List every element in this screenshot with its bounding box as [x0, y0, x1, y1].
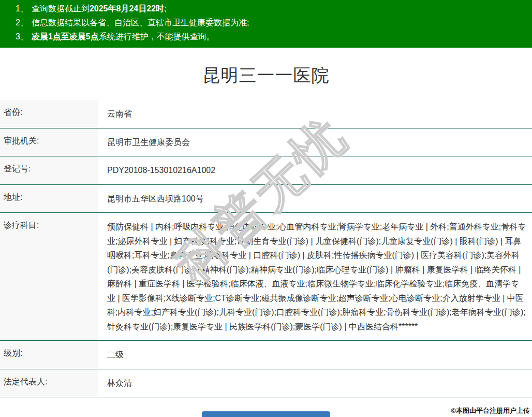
uploader-watermark: ©本图由平台注册用户上传 [451, 406, 530, 415]
table-row-approval-authority: 审批机关: 昆明市卫生健康委员会 [0, 128, 532, 157]
row-value: 林众清 [98, 369, 532, 397]
notice-banner: 1、查询数据截止到2025年8月24日22时; 2、信息数据结果以各省、自治区、… [0, 0, 532, 48]
row-label: 审批机关: [0, 128, 98, 156]
hospital-info-table: 省份: 云南省 审批机关: 昆明市卫生健康委员会 登记号: PDY20108-1… [0, 100, 532, 397]
notice-text: 查询数据截止到 [32, 4, 90, 13]
row-label: 地址: [0, 185, 98, 213]
row-value: 预防保健科 | 内科;呼吸内科专业;消化内科专业;心血管内科专业;肾病学专业;老… [98, 213, 532, 340]
notice-line-3: 3、凌晨1点至凌晨5点系统进行维护，不能提供查询。 [16, 30, 532, 44]
notice-number: 2、 [16, 18, 28, 27]
table-row-address: 地址: 昆明市五华区西坝路100号 [0, 185, 532, 213]
row-value: 云南省 [98, 100, 532, 128]
row-value: 昆明市卫生健康委员会 [98, 128, 532, 156]
notice-text-bold: 凌晨1点至凌晨5点 [32, 32, 99, 41]
notice-text: 系统进行维护，不能提供查询。 [99, 32, 215, 41]
table-row-province: 省份: 云南省 [0, 100, 532, 128]
row-label: 登记号: [0, 156, 98, 184]
row-value: PDY20108-153010216A1002 [98, 156, 532, 184]
page-title: 昆明三一一医院 [0, 64, 532, 88]
notice-line-1: 1、查询数据截止到2025年8月24日22时; [16, 2, 532, 16]
row-label: 法定代表人: [0, 369, 98, 397]
notice-text: 信息数据结果以各省、自治区、直辖市卫生健康委数据为准; [32, 18, 249, 27]
notice-text-bold: 2025年8月24日22时 [90, 4, 164, 13]
notice-number: 1、 [16, 4, 28, 13]
table-row-level: 级别: 二级 [0, 341, 532, 369]
row-label: 级别: [0, 341, 98, 369]
row-label: 省份: [0, 100, 98, 128]
table-row-legal-representative: 法定代表人: 林众清 [0, 369, 532, 398]
row-label: 诊疗科目: [0, 213, 98, 340]
table-row-medical-subjects: 诊疗科目: 预防保健科 | 内科;呼吸内科专业;消化内科专业;心血管内科专业;肾… [0, 213, 532, 341]
notice-line-2: 2、信息数据结果以各省、自治区、直辖市卫生健康委数据为准; [16, 16, 532, 30]
notice-text: ; [164, 4, 166, 13]
close-window-button[interactable]: 〖关闭窗口〗 [202, 411, 330, 417]
row-value: 昆明市五华区西坝路100号 [98, 185, 532, 213]
notice-number: 3、 [16, 32, 28, 41]
row-value: 二级 [98, 341, 532, 369]
table-row-registration-number: 登记号: PDY20108-153010216A1002 [0, 156, 532, 185]
